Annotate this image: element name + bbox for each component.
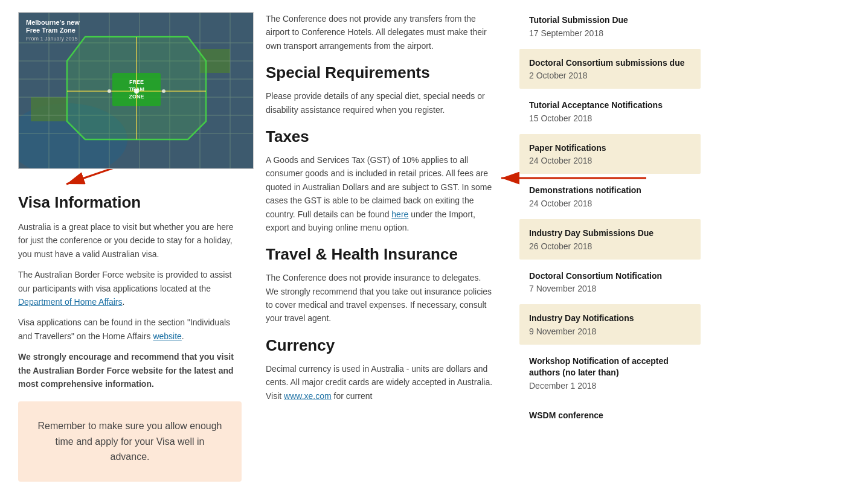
sidebar-item-tutorial-submission: Tutorial Submission Due17 September 2018 [519, 6, 701, 46]
sidebar-item-date-doctoral-consortium-submissions: 2 October 2018 [529, 71, 691, 80]
sidebar-item-workshop-notification: Workshop Notification of accepted author… [519, 347, 701, 399]
svg-text:From 1 January 2015: From 1 January 2015 [26, 36, 78, 42]
page-wrapper: FREE TRAM ZONE Melbourne's new Free Tram… [0, 0, 851, 504]
currency-text-post: for current [332, 391, 373, 401]
tram-map-svg: FREE TRAM ZONE Melbourne's new Free Tram… [19, 13, 254, 169]
special-requirements-text: Please provide details of any special di… [266, 89, 495, 116]
visa-information-section: Visa Information Australia is a great pl… [18, 193, 242, 482]
taxes-link[interactable]: here [391, 209, 408, 219]
sidebar-item-label-industry-day-notifications: Industry Day Notifications [529, 313, 691, 325]
sidebar-item-date-tutorial-submission: 17 September 2018 [529, 28, 691, 38]
sidebar-item-date-demonstrations-notification: 24 October 2018 [529, 199, 691, 208]
special-requirements-heading: Special Requirements [266, 63, 495, 82]
sidebar-item-label-demonstrations-notification: Demonstrations notification [529, 185, 691, 197]
department-home-affairs-link[interactable]: Department of Home Affairs [18, 297, 122, 307]
sidebar-item-label-workshop-notification: Workshop Notification of accepted author… [529, 356, 691, 379]
sidebar-item-label-industry-day-submissions: Industry Day Submissions Due [529, 228, 691, 240]
sidebar-item-paper-notifications: Paper Notifications24 October 2018 [519, 134, 701, 174]
visa-para4: We strongly encourage and recommend that… [18, 350, 242, 391]
middle-column: The Conference does not provide any tran… [254, 6, 513, 498]
sidebar-item-date-paper-notifications: 24 October 2018 [529, 156, 691, 165]
sidebar-item-wsdm-conference: WSDM conference [519, 401, 701, 432]
visa-para2: The Australian Border Force website is p… [18, 268, 242, 308]
visa-para3: Visa applications can be found in the se… [18, 316, 242, 343]
visa-para1: Australia is a great place to visit but … [18, 220, 242, 261]
sidebar-item-date-industry-day-notifications: 9 November 2018 [529, 327, 691, 336]
visa-reminder-text: Remember to make sure you allow enough t… [37, 421, 222, 462]
taxes-heading: Taxes [266, 127, 495, 146]
sidebar-item-industry-day-submissions: Industry Day Submissions Due26 October 2… [519, 219, 701, 260]
sidebar-item-doctoral-consortium-notification: Doctoral Consortium Notification7 Novemb… [519, 262, 701, 302]
intro-text: The Conference does not provide any tran… [266, 12, 495, 53]
currency-heading: Currency [266, 336, 495, 355]
visa-recommendation: We strongly encourage and recommend that… [18, 352, 234, 389]
svg-point-34 [162, 89, 165, 93]
sidebar-item-tutorial-acceptance: Tutorial Acceptance Notifications15 Octo… [519, 91, 701, 132]
home-affairs-website-link[interactable]: website [153, 331, 181, 341]
visa-para2-text: The Australian Border Force website is p… [18, 270, 231, 293]
sidebar-item-label-paper-notifications: Paper Notifications [529, 142, 691, 155]
tram-map-image: FREE TRAM ZONE Melbourne's new Free Tram… [18, 12, 254, 169]
sidebar-item-doctoral-consortium-submissions: Doctoral Consortium submissions due2 Oct… [519, 49, 701, 89]
sidebar-item-label-doctoral-consortium-submissions: Doctoral Consortium submissions due [529, 57, 691, 69]
sidebar-item-date-doctoral-consortium-notification: 7 November 2018 [529, 284, 691, 293]
currency-text: Decimal currency is used in Australia - … [266, 362, 495, 403]
svg-point-33 [108, 89, 111, 93]
sidebar-item-industry-day-notifications: Industry Day Notifications9 November 201… [519, 304, 701, 345]
svg-text:Melbourne's new: Melbourne's new [26, 19, 80, 26]
taxes-text: A Goods and Services Tax (GST) of 10% ap… [266, 153, 495, 234]
insurance-text: The Conference does not provide insuranc… [266, 271, 495, 325]
visa-para3-post: . [182, 331, 184, 341]
sidebar-item-label-doctoral-consortium-notification: Doctoral Consortium Notification [529, 270, 691, 282]
sidebar-item-date-industry-day-submissions: 26 October 2018 [529, 241, 691, 251]
visa-reminder-box: Remember to make sure you allow enough t… [18, 401, 242, 482]
visa-para2-post: . [122, 297, 124, 307]
right-sidebar: Tutorial Submission Due17 September 2018… [513, 6, 707, 498]
sidebar-item-demonstrations-notification: Demonstrations notification24 October 20… [519, 176, 701, 217]
visa-para3-text: Visa applications can be found in the se… [18, 317, 230, 340]
sidebar-item-label-tutorial-submission: Tutorial Submission Due [529, 14, 691, 27]
sidebar-item-date-workshop-notification: December 1 2018 [529, 381, 691, 391]
insurance-heading: Travel & Health Insurance [266, 245, 495, 264]
sidebar-item-label-wsdm-conference: WSDM conference [529, 410, 691, 422]
sidebar-item-label-tutorial-acceptance: Tutorial Acceptance Notifications [529, 100, 691, 112]
main-layout: FREE TRAM ZONE Melbourne's new Free Tram… [0, 0, 851, 504]
currency-link[interactable]: www.xe.com [284, 391, 332, 401]
sidebar-item-date-tutorial-acceptance: 15 October 2018 [529, 113, 691, 123]
svg-text:Free Tram Zone: Free Tram Zone [26, 27, 75, 34]
visa-heading: Visa Information [18, 193, 242, 212]
left-column: FREE TRAM ZONE Melbourne's new Free Tram… [0, 6, 254, 498]
svg-point-32 [134, 89, 139, 94]
